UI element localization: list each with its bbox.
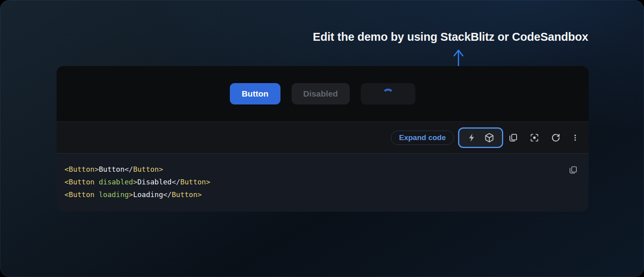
stackblitz-lightning-icon <box>467 133 477 142</box>
annotation-heading: Edit the demo by using StackBlitz or Cod… <box>313 30 588 44</box>
demo-toolbar: Expand code <box>57 121 589 153</box>
primary-button[interactable]: Button <box>230 83 280 104</box>
copy-icon <box>568 170 578 176</box>
toolbar-icon-row <box>508 133 578 143</box>
code-line: <Button>Button</Button> <box>64 163 581 176</box>
refresh-icon <box>551 133 561 142</box>
copy-code-button[interactable] <box>508 133 518 143</box>
code-line: <Button disabled>Disabled</Button> <box>64 176 581 188</box>
demo-card: Button Disabled Expand code <box>57 66 589 212</box>
code-block: <Button>Button</Button><Button disabled>… <box>57 153 589 212</box>
stackblitz-button[interactable] <box>467 133 477 143</box>
more-menu-button[interactable] <box>572 133 578 143</box>
disabled-button[interactable]: Disabled <box>292 83 350 104</box>
code-copy-button[interactable] <box>568 165 578 176</box>
demo-preview-area: Button Disabled <box>57 66 589 121</box>
copy-icon <box>508 133 518 142</box>
focus-scan-icon <box>530 133 539 142</box>
code-line: <Button loading>Loading</Button> <box>64 188 581 201</box>
loading-spinner-icon <box>382 89 394 101</box>
loading-button[interactable] <box>361 83 415 104</box>
sandbox-buttons-highlight-group <box>458 127 503 148</box>
codesandbox-button[interactable] <box>484 133 494 143</box>
codesandbox-cube-icon <box>484 133 494 143</box>
expand-code-button[interactable]: Expand code <box>391 131 454 145</box>
ellipsis-vertical-icon <box>571 133 579 142</box>
refresh-demo-button[interactable] <box>551 133 561 143</box>
focus-view-button[interactable] <box>529 133 540 143</box>
code-lines: <Button>Button</Button><Button disabled>… <box>64 163 581 201</box>
